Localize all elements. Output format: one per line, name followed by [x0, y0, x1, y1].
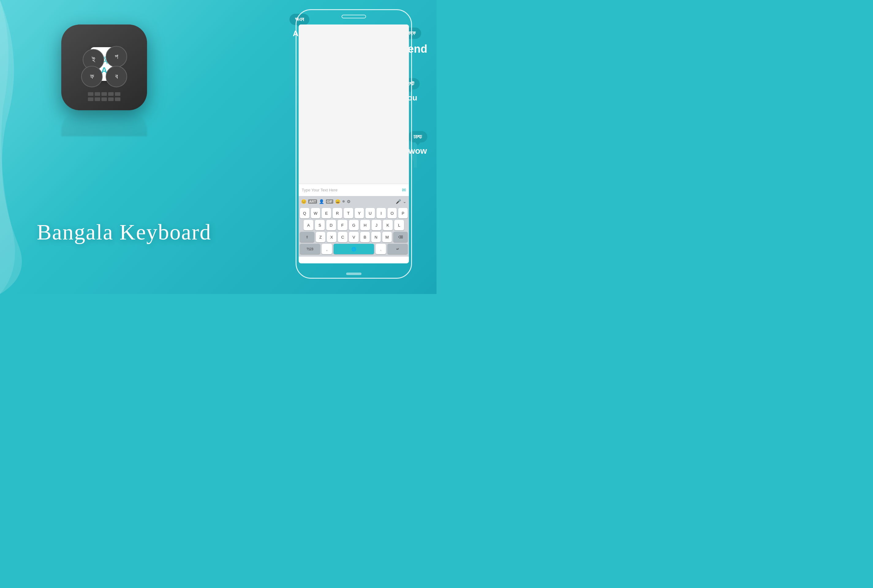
keyboard-row-2: A S D F G H J K L [300, 220, 408, 230]
key-t[interactable]: T [344, 208, 353, 218]
key-r[interactable]: R [333, 208, 342, 218]
key-i[interactable]: I [376, 208, 386, 218]
key-b[interactable]: B [360, 232, 370, 242]
keyboard-row-4: ?123 , 🌐 . ↵ [300, 244, 408, 254]
key-g[interactable]: G [349, 220, 359, 230]
key-d[interactable]: D [326, 220, 336, 230]
key-q[interactable]: Q [300, 208, 309, 218]
key-l[interactable]: L [394, 220, 404, 230]
phone-screen: Type Your Text Here ✉ 😊 ART 👤 GIF 😄 ⊕ ⚙ … [298, 24, 409, 263]
phone-notch [342, 15, 366, 18]
key-y[interactable]: Y [355, 208, 364, 218]
emoji-icon[interactable]: 😊 [301, 199, 306, 204]
key-e[interactable]: E [322, 208, 331, 218]
key-o[interactable]: O [387, 208, 397, 218]
gif-icon[interactable]: GIF [326, 200, 333, 204]
key-period[interactable]: . [375, 244, 386, 254]
left-wave-decoration [0, 0, 40, 294]
key-f[interactable]: F [338, 220, 347, 230]
keyboard-row-1: Q W E R T Y U I O P [300, 208, 408, 218]
key-u[interactable]: U [365, 208, 375, 218]
key-m[interactable]: M [382, 232, 392, 242]
key-x[interactable]: X [327, 232, 336, 242]
mic-icon[interactable]: 🎤 [396, 199, 401, 204]
key-w[interactable]: W [311, 208, 320, 218]
key-j[interactable]: J [372, 220, 381, 230]
text-input-bar[interactable]: Type Your Text Here ✉ [298, 184, 409, 196]
key-enter[interactable]: ↵ [387, 244, 408, 254]
key-space[interactable]: 🌐 [334, 244, 374, 254]
key-z[interactable]: Z [316, 232, 325, 242]
face-icon[interactable]: 👤 [319, 199, 324, 204]
collapse-icon[interactable]: ⌄ [403, 199, 406, 204]
app-icon-container: অ A ই প ফ ব [61, 24, 159, 123]
key-k[interactable]: K [383, 220, 393, 230]
key-backspace[interactable]: ⌫ [393, 232, 408, 242]
translate-icon[interactable]: ⊕ [342, 200, 345, 203]
art-icon[interactable]: ART [308, 200, 317, 204]
icon-corner-top-right: প [106, 46, 127, 68]
phone-mockup: Type Your Text Here ✉ 😊 ART 👤 GIF 😄 ⊕ ⚙ … [296, 9, 412, 279]
key-h[interactable]: H [360, 220, 370, 230]
keyboard-area: Q W E R T Y U I O P A S D F G H J K [298, 207, 409, 256]
app-icon: অ A ই প ফ ব [61, 24, 147, 110]
key-c[interactable]: C [338, 232, 347, 242]
icon-reflection [61, 112, 147, 136]
icon-corner-bottom-right: ব [106, 66, 127, 87]
app-title: Bangala Keyboard [37, 220, 212, 245]
key-v[interactable]: V [349, 232, 358, 242]
key-p[interactable]: P [398, 208, 408, 218]
icon-corner-bottom-left: ফ [81, 66, 103, 87]
keyboard-row-3: ⇧ Z X C V B N M ⌫ [300, 232, 408, 242]
key-n[interactable]: N [371, 232, 381, 242]
key-numbers[interactable]: ?123 [300, 244, 320, 254]
send-icon[interactable]: ✉ [402, 187, 406, 193]
phone-home-indicator [346, 273, 362, 275]
keyboard-toolbar: 😊 ART 👤 GIF 😄 ⊕ ⚙ 🎤 ⌄ [298, 196, 409, 207]
sticker-icon[interactable]: 😄 [335, 199, 340, 204]
key-a[interactable]: A [303, 220, 314, 230]
text-input-placeholder[interactable]: Type Your Text Here [302, 188, 399, 192]
key-shift[interactable]: ⇧ [300, 232, 314, 242]
key-s[interactable]: S [315, 220, 325, 230]
settings-icon[interactable]: ⚙ [347, 199, 351, 204]
key-comma[interactable]: , [322, 244, 332, 254]
chat-area [298, 24, 409, 184]
